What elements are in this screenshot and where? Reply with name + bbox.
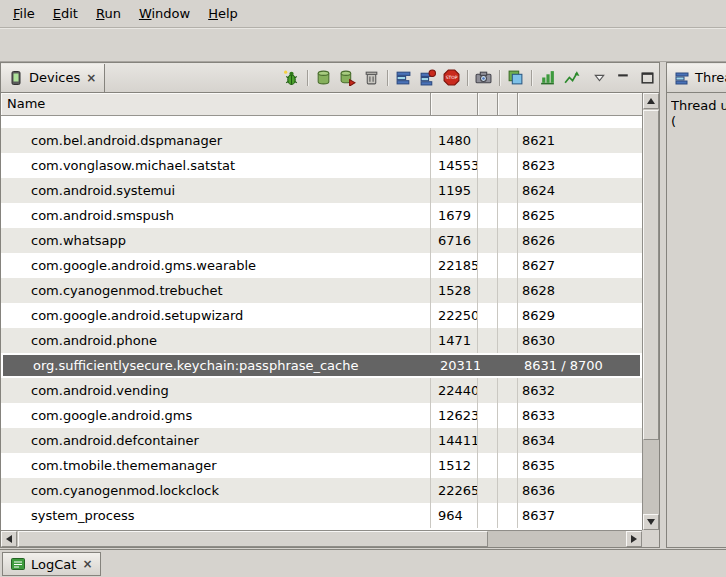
column-header-blank[interactable] [498,93,518,115]
arrow-down-icon [647,519,655,525]
process-name: com.bel.android.dspmanager [1,128,431,153]
update-threads-icon[interactable] [395,69,412,86]
process-pid: 1480 [431,128,478,153]
scrollbar-corner [642,530,659,547]
process-port: 8624 [518,178,642,203]
menu-help[interactable]: Help [199,3,247,24]
process-name: com.android.systemui [1,178,431,203]
threads-message-line2: ( [671,114,726,130]
table-row[interactable]: org.sufficientlysecure.keychain:passphra… [1,353,642,378]
process-name: com.cyanogenmod.trebuchet [1,278,431,303]
scroll-down-button[interactable] [643,514,659,530]
column-header-pid[interactable] [431,93,478,115]
threads-panel-header: Threa [667,63,726,93]
threads-icon [674,70,690,86]
table-row[interactable]: com.bel.android.dspmanager 1480 8621 [1,128,642,153]
process-name: com.android.smspush [1,203,431,228]
table-row[interactable]: com.cyanogenmod.lockclock 22265 8636 [1,478,642,503]
menu-edit[interactable]: Edit [44,3,87,24]
system-info-icon[interactable] [539,69,556,86]
table-row[interactable]: com.android.systemui 1195 8624 [1,178,642,203]
blank-cell [478,153,498,178]
view-hierarchy-icon[interactable] [507,69,524,86]
cause-gc-icon[interactable] [363,69,380,86]
blank-cell [498,203,518,228]
process-pid: 14553 [431,153,478,178]
process-port: 8637 [518,503,642,528]
arrow-right-icon [631,535,637,543]
scroll-right-button[interactable] [626,531,642,547]
blank-cell [498,153,518,178]
column-header-port[interactable] [518,93,642,115]
table-row[interactable]: com.cyanogenmod.trebuchet 1528 8628 [1,278,642,303]
table-row[interactable]: com.android.vending 22440 8632 [1,378,642,403]
close-icon[interactable]: × [81,557,93,571]
blank-cell [498,228,518,253]
process-pid: 1471 [431,328,478,353]
blank-cell [478,278,498,303]
process-pid: 964 [431,503,478,528]
blank-cell [498,453,518,478]
scroll-up-button[interactable] [643,93,659,109]
blank-cell [478,378,498,403]
table-row[interactable]: com.google.android.gms.wearable 22185 86… [1,253,642,278]
blank-cell [478,228,498,253]
table-row[interactable]: com.google.android.gms 12623 8633 [1,403,642,428]
screenshot-icon[interactable] [475,69,492,86]
update-heap-icon[interactable] [315,69,332,86]
view-menu-icon[interactable] [591,69,608,86]
process-port: 8629 [518,303,642,328]
column-header-name[interactable]: Name [1,93,431,115]
tab-logcat[interactable]: LogCat × [2,552,101,576]
table-row[interactable]: com.android.phone 1471 8630 [1,328,642,353]
maximize-icon[interactable] [639,69,656,86]
table-row[interactable]: com.android.defcontainer 14411 8634 [1,428,642,453]
dump-hprof-icon[interactable] [339,69,356,86]
minimize-icon[interactable] [615,69,632,86]
process-port: 8627 [518,253,642,278]
table-row[interactable]: com.whatsapp 6716 8626 [1,228,642,253]
horizontal-scrollbar[interactable] [1,530,642,547]
process-name: com.android.vending [1,378,431,403]
method-profiling-icon[interactable] [419,69,436,86]
blank-cell [498,403,518,428]
blank-cell [500,355,520,376]
arrow-up-icon [647,98,655,104]
process-pid: 14411 [431,428,478,453]
opengl-trace-icon[interactable] [563,69,580,86]
column-header-blank[interactable] [478,93,498,115]
blank-cell [498,128,518,153]
process-name: com.android.phone [1,328,431,353]
tab-devices[interactable]: Devices × [1,64,105,92]
blank-cell [498,278,518,303]
main-toolbar [0,28,726,62]
tab-threads[interactable]: Threa [667,64,726,92]
tab-logcat-label: LogCat [31,557,76,572]
table-row[interactable]: com.tmobile.thememanager 1512 8635 [1,453,642,478]
process-name: org.sufficientlysecure.keychain:passphra… [3,355,433,376]
process-port: 8633 [518,403,642,428]
svg-text:STOP: STOP [446,75,458,80]
blank-cell [478,503,498,528]
device-table-body: com.bel.android.dspmanager 1480 8621 com… [1,116,642,530]
toolbar-separator [307,70,308,86]
blank-cell [478,328,498,353]
vertical-scrollbar[interactable] [642,93,659,530]
table-row[interactable]: system_process 964 8637 [1,503,642,528]
close-icon[interactable]: × [85,71,97,85]
horizontal-scroll-thumb[interactable] [18,531,488,547]
menu-file[interactable]: File [4,3,44,24]
menu-run[interactable]: Run [87,3,130,24]
blank-cell [478,203,498,228]
vertical-scroll-thumb[interactable] [643,110,659,440]
debug-icon[interactable] [283,69,300,86]
table-row[interactable]: com.android.smspush 1679 8625 [1,203,642,228]
table-row[interactable]: com.vonglasow.michael.satstat 14553 8623 [1,153,642,178]
table-row[interactable]: com.google.android.setupwizard 22250 862… [1,303,642,328]
process-name: com.google.android.gms [1,403,431,428]
blank-cell [478,453,498,478]
process-pid: 1195 [431,178,478,203]
menu-window[interactable]: Window [130,3,199,24]
scroll-left-button[interactable] [1,531,17,547]
stop-process-icon[interactable]: STOP [443,69,460,86]
